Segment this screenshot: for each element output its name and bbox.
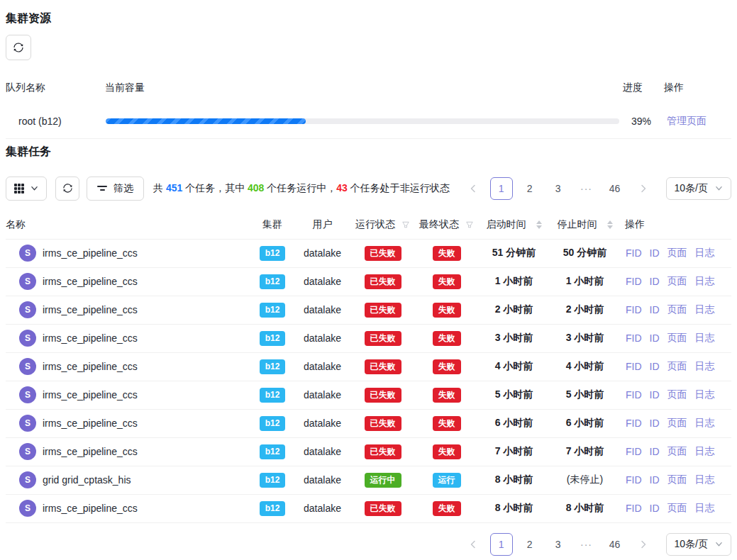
action-link-页面[interactable]: 页面 — [667, 360, 687, 373]
action-link-页面[interactable]: 页面 — [667, 417, 687, 430]
pagination-page-3[interactable]: 3 — [547, 177, 570, 200]
action-link-日志[interactable]: 日志 — [695, 360, 715, 373]
chevron-down-icon — [715, 184, 723, 192]
table-row: S irms_ce_pipeline_ccs b12 datalake 已失败 … — [6, 381, 731, 409]
view-mode-button[interactable] — [6, 177, 47, 201]
cluster-badge: b12 — [260, 473, 286, 488]
pagination-page-last[interactable]: 46 — [604, 177, 626, 200]
refresh-icon — [62, 183, 73, 194]
pagination-page-2[interactable]: 2 — [519, 177, 541, 200]
page-size-value: 10条/页 — [675, 538, 708, 551]
pagination-page-3[interactable]: 3 — [547, 533, 570, 556]
action-link-页面[interactable]: 页面 — [667, 275, 687, 288]
chevron-right-icon[interactable] — [632, 177, 655, 200]
action-link-页面[interactable]: 页面 — [667, 474, 687, 486]
final-status-badge: 失败 — [433, 416, 461, 431]
action-link-fid[interactable]: FID — [626, 276, 642, 287]
pagination-page-1[interactable]: 1 — [490, 533, 513, 556]
start-time: 2 小时前 — [495, 303, 533, 315]
action-link-id[interactable]: ID — [650, 361, 660, 372]
action-link-页面[interactable]: 页面 — [667, 388, 687, 401]
action-link-id[interactable]: ID — [650, 474, 660, 486]
start-time: 3 小时前 — [495, 332, 533, 343]
action-link-id[interactable]: ID — [650, 418, 660, 429]
chevron-left-icon[interactable] — [462, 533, 484, 556]
pagination-ellipsis[interactable]: ··· — [575, 533, 598, 556]
cluster-badge: b12 — [260, 388, 286, 403]
pagination-page-2[interactable]: 2 — [519, 533, 541, 556]
action-link-fid[interactable]: FID — [626, 418, 642, 429]
action-link-fid[interactable]: FID — [626, 474, 642, 486]
start-time: 6 小时前 — [495, 417, 533, 428]
action-link-页面[interactable]: 页面 — [667, 303, 687, 316]
user-name: datalake — [304, 503, 341, 514]
stop-time: 50 分钟前 — [563, 247, 606, 258]
action-link-id[interactable]: ID — [650, 503, 660, 514]
action-link-id[interactable]: ID — [650, 247, 660, 259]
funnel-icon[interactable] — [465, 220, 474, 229]
run-status-badge: 已失败 — [365, 303, 401, 318]
action-link-日志[interactable]: 日志 — [695, 388, 715, 401]
start-time: 8 小时前 — [495, 502, 533, 513]
avatar: S — [19, 273, 36, 290]
manage-page-link[interactable]: 管理页面 — [667, 115, 706, 126]
task-name: grid grid_cptask_his — [43, 474, 131, 486]
resources-header-action: 操作 — [664, 73, 731, 104]
cluster-badge: b12 — [260, 359, 286, 374]
action-link-id[interactable]: ID — [650, 389, 660, 401]
pagination-page-last[interactable]: 46 — [604, 533, 626, 556]
action-link-日志[interactable]: 日志 — [695, 275, 715, 288]
pagination-page-1[interactable]: 1 — [490, 177, 513, 200]
action-link-页面[interactable]: 页面 — [667, 502, 687, 515]
page-size-select[interactable]: 10条/页 — [666, 177, 731, 200]
resources-refresh-button[interactable] — [6, 35, 31, 60]
pagination-ellipsis[interactable]: ··· — [575, 177, 598, 200]
column-header-stop-time: 停止时间 — [550, 212, 619, 240]
action-link-fid[interactable]: FID — [626, 332, 642, 344]
action-link-日志[interactable]: 日志 — [695, 445, 715, 458]
start-time: 5 小时前 — [495, 388, 533, 400]
action-link-页面[interactable]: 页面 — [667, 332, 687, 345]
summary-text: 共 — [153, 182, 166, 194]
action-link-页面[interactable]: 页面 — [667, 445, 687, 458]
action-link-日志[interactable]: 日志 — [695, 332, 715, 345]
start-time: 8 小时前 — [495, 474, 533, 485]
action-link-fid[interactable]: FID — [626, 503, 642, 514]
action-link-id[interactable]: ID — [650, 304, 660, 315]
action-link-页面[interactable]: 页面 — [667, 247, 687, 259]
capacity-progress-fill — [106, 118, 306, 124]
action-link-fid[interactable]: FID — [626, 361, 642, 372]
final-status-badge: 失败 — [433, 274, 461, 289]
action-link-id[interactable]: ID — [650, 332, 660, 344]
action-link-fid[interactable]: FID — [626, 304, 642, 315]
action-link-日志[interactable]: 日志 — [695, 247, 715, 259]
table-row: S irms_ce_pipeline_ccs b12 datalake 已失败 … — [6, 494, 731, 522]
action-link-id[interactable]: ID — [650, 446, 660, 457]
table-row: S irms_ce_pipeline_ccs b12 datalake 已失败 … — [6, 296, 731, 324]
column-header-start-time: 启动时间 — [477, 212, 550, 240]
column-header-label: 启动时间 — [487, 218, 526, 231]
summary-text: 个任务，其中 — [182, 182, 248, 194]
action-link-日志[interactable]: 日志 — [695, 303, 715, 316]
funnel-icon[interactable] — [401, 220, 410, 229]
chevron-right-icon[interactable] — [632, 533, 655, 556]
chevron-left-icon[interactable] — [462, 177, 484, 200]
action-link-fid[interactable]: FID — [626, 247, 642, 259]
action-link-日志[interactable]: 日志 — [695, 502, 715, 515]
sort-carets-icon[interactable] — [536, 220, 542, 229]
tasks-refresh-button[interactable] — [55, 177, 79, 201]
stop-time: (未停止) — [567, 474, 603, 485]
final-status-badge: 运行 — [433, 473, 461, 488]
table-row: S irms_ce_pipeline_ccs b12 datalake 已失败 … — [6, 267, 731, 296]
summary-not-running-count: 43 — [336, 182, 348, 194]
action-link-日志[interactable]: 日志 — [695, 417, 715, 430]
action-link-fid[interactable]: FID — [626, 446, 642, 457]
action-link-fid[interactable]: FID — [626, 389, 642, 401]
action-link-id[interactable]: ID — [650, 276, 660, 287]
stop-time: 1 小时前 — [566, 275, 604, 286]
sort-carets-icon[interactable] — [607, 220, 613, 229]
action-link-日志[interactable]: 日志 — [695, 474, 715, 486]
filter-button[interactable]: 筛选 — [87, 177, 144, 201]
page-size-select[interactable]: 10条/页 — [666, 533, 731, 556]
final-status-badge: 失败 — [433, 246, 461, 261]
